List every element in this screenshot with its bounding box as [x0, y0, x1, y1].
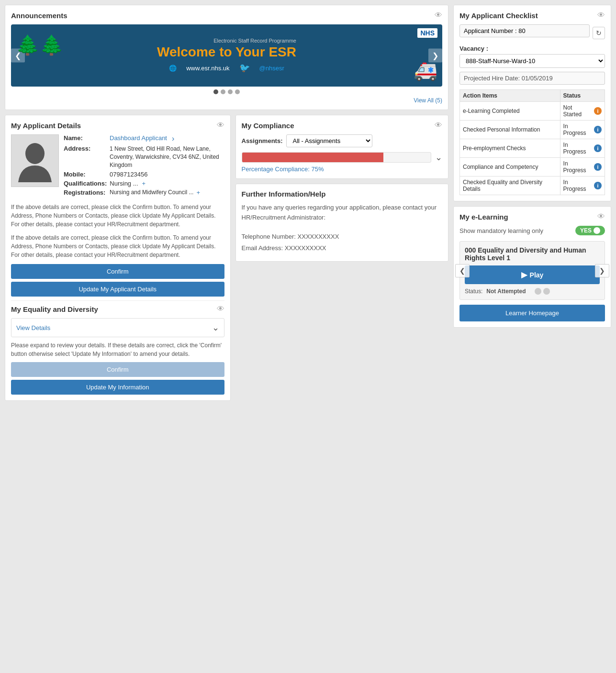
announcements-banner: ❮ 🌲🌲 Electronic Staff Record Programme W… — [11, 24, 442, 87]
play-triangle-icon: ▶ — [521, 270, 527, 279]
mobile-value: 07987123456 — [110, 171, 148, 178]
table-row: Checked Personal Information In Progress… — [460, 121, 605, 139]
banner-twitter: @nhsesr — [259, 65, 284, 72]
assignments-label: Assignments: — [242, 137, 283, 144]
name-label: Name: — [64, 134, 107, 142]
status-info-icon: i — [594, 163, 602, 171]
vacancy-label: Vacancy : — [459, 45, 605, 52]
show-mandatory-label: Show mandatory learning only — [459, 227, 543, 234]
dot-3[interactable] — [228, 89, 233, 94]
play-label: Play — [530, 271, 544, 279]
further-info-text: If you have any queries regarding your a… — [242, 203, 443, 223]
programme-label: Electronic Staff Record Programme — [157, 38, 296, 44]
checklist-title: My Applicant Checklist — [459, 11, 538, 20]
module-next-button[interactable]: ❯ — [595, 264, 609, 277]
status-info-icon: i — [594, 182, 602, 189]
qualifications-value: Nursing ... — [110, 180, 138, 187]
dot-1[interactable] — [213, 89, 218, 94]
action-item-cell: Compliance and Competency — [460, 158, 560, 177]
compliance-percentage: Percentage Compliance: 75% — [242, 165, 443, 173]
banner-trees-icon: 🌲🌲 — [16, 34, 64, 56]
banner-url: www.esr.nhs.uk — [186, 65, 229, 72]
toggle-circle-icon — [594, 227, 600, 234]
qualifications-more[interactable]: + — [142, 180, 146, 187]
play-button[interactable]: ▶ Play — [465, 265, 600, 284]
view-all-link[interactable]: View All (5) — [414, 97, 442, 104]
elearning-visibility-icon[interactable]: 👁 — [597, 212, 605, 221]
action-item-cell: Checked Personal Information — [460, 121, 560, 139]
nhs-label: NHS — [417, 28, 437, 38]
compliance-title: My Compliance — [242, 121, 294, 130]
email-value: XXXXXXXXXX — [285, 244, 326, 252]
applicant-photo — [11, 134, 59, 187]
elearning-title: My e-Learning — [459, 213, 508, 221]
telephone-label: Telephone Number: — [242, 233, 296, 240]
compliance-visibility-icon[interactable]: 👁 — [435, 121, 442, 130]
compliance-expand-icon[interactable]: ⌄ — [435, 152, 442, 163]
registrations-label: Registrations: — [64, 189, 107, 196]
further-info-telephone: Telephone Number: XXXXXXXXXX — [242, 232, 443, 242]
vacancy-select[interactable]: 888-Staff-Nurse-Ward-10 — [459, 54, 605, 68]
status-label: Status: — [465, 288, 482, 295]
compliance-card: My Compliance 👁 Assignments: All - Assig… — [235, 115, 449, 179]
status-value: Not Attempted — [486, 288, 526, 295]
elearning-module: ❮ 000 Equality and Diversity and Human R… — [459, 241, 605, 300]
equality-text: Please expand to review your details. If… — [11, 341, 224, 358]
action-item-cell: e-Learning Completed — [460, 102, 560, 121]
module-prev-button[interactable]: ❮ — [455, 264, 470, 277]
announcements-visibility-icon[interactable]: 👁 — [435, 11, 442, 20]
checklist-visibility-icon[interactable]: 👁 — [597, 11, 605, 20]
dot-4[interactable] — [235, 89, 240, 94]
learner-homepage-button[interactable]: Learner Homepage — [459, 305, 605, 321]
module-title: 000 Equality and Diversity and Human Rig… — [465, 246, 600, 262]
view-details-chevron-icon: ⌄ — [212, 322, 219, 333]
update-information-button[interactable]: Update My Information — [11, 380, 224, 395]
status-cell: Not Started i — [560, 102, 605, 121]
table-row: Compliance and Competency In Progress i — [460, 158, 605, 177]
projected-hire-input — [459, 72, 605, 85]
registrations-value: Nursing and Midwifery Council ... — [110, 189, 193, 196]
equality-title: My Equality and Diversity — [11, 305, 98, 313]
announcements-card: Announcements 👁 ❮ 🌲🌲 Electronic Staff Re… — [5, 5, 448, 110]
view-all-row: View All (5) — [11, 97, 442, 104]
table-row: Pre-employment Checks In Progress i — [460, 139, 605, 158]
applicant-details-visibility-icon[interactable]: 👁 — [217, 121, 224, 130]
further-info-title: Further Information/Help — [242, 190, 326, 198]
detail-text-1: If the above details are correct, please… — [11, 203, 224, 229]
confirm-button[interactable]: Confirm — [11, 264, 224, 279]
banner-welcome-text: Welcome to Your ESR — [157, 44, 296, 60]
svg-point-0 — [25, 143, 45, 164]
status-toggle-dots — [535, 288, 550, 295]
carousel-next-button[interactable]: ❯ — [428, 49, 442, 63]
applicant-info: Name: Dashboard Applicant › Address: 1 N… — [64, 134, 224, 198]
name-nav-icon[interactable]: › — [172, 134, 174, 143]
action-item-cell: Pre-employment Checks — [460, 139, 560, 158]
equality-confirm-button[interactable]: Confirm — [11, 362, 224, 377]
equality-visibility-icon[interactable]: 👁 — [217, 305, 224, 313]
registrations-more[interactable]: + — [196, 189, 200, 196]
mobile-label: Mobile: — [64, 171, 107, 178]
compliance-progress-fill — [242, 153, 384, 162]
detail-text-2: If the above details are correct, please… — [11, 233, 224, 259]
applicant-number-input — [459, 24, 590, 37]
compliance-progress-bar — [242, 152, 432, 163]
applicant-details-title: My Applicant Details — [11, 121, 81, 130]
assignments-select[interactable]: All - Assignments — [286, 134, 372, 147]
status-cell: In Progress i — [560, 121, 605, 139]
table-row: e-Learning Completed Not Started i — [460, 102, 605, 121]
status-info-icon: i — [594, 126, 602, 133]
view-details-row[interactable]: View Details ⌄ — [11, 318, 224, 337]
mandatory-toggle[interactable]: YES — [575, 226, 605, 235]
refresh-button[interactable]: ↻ — [593, 27, 605, 39]
email-label: Email Address: — [242, 244, 283, 252]
status-text: Not Started — [563, 104, 592, 118]
qualifications-label: Qualifications: — [64, 180, 107, 187]
further-info-email: Email Address: XXXXXXXXXX — [242, 243, 443, 254]
toggle-yes-label: YES — [580, 227, 592, 234]
update-applicant-button[interactable]: Update My Applicant Details — [11, 282, 224, 297]
address-value: 1 New Street, Old Hill Road, New Lane, C… — [110, 145, 224, 169]
toggle-dot-2 — [543, 288, 550, 295]
address-label: Address: — [64, 145, 107, 152]
status-cell: In Progress i — [560, 139, 605, 158]
dot-2[interactable] — [221, 89, 225, 94]
